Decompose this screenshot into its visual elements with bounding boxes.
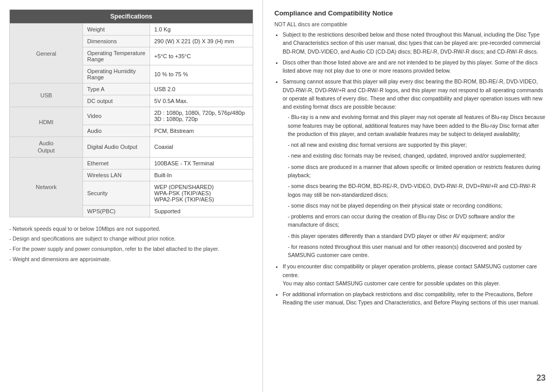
spec-label: DC output [83, 95, 150, 107]
spec-label: Wireless LAN [83, 169, 150, 181]
sub-bullet-list: Blu-ray is a new and evolving format and… [283, 113, 546, 259]
list-item: new and existing disc formats may be rev… [288, 151, 546, 160]
spec-title: Specifications [10, 10, 253, 24]
page-number: 23 [536, 373, 546, 383]
spec-value-security: WEP (OPEN/SHARED) WPA-PSK (TKIP/AES) WPA… [150, 181, 253, 205]
list-item: If you encounter disc compatibility or p… [283, 262, 546, 287]
table-row: USB Type A USB 2.0 [10, 83, 253, 95]
list-item: not all new and existing disc format ver… [288, 141, 546, 149]
compliance-subtitle: NOT ALL discs are compatible [274, 21, 546, 27]
spec-value: Coaxial [150, 137, 253, 158]
list-item: some discs may not be played depending o… [288, 201, 546, 210]
spec-value: 10 % to 75 % [150, 65, 253, 83]
note-1: - Network speeds equal to or below 10Mbp… [9, 225, 253, 233]
spec-value: 100BASE - TX Terminal [150, 157, 253, 169]
spec-label: Type A [83, 83, 150, 95]
note-2: - Design and specifications are subject … [9, 234, 253, 243]
left-panel: Specifications General Weight 1.0 Kg Dim… [0, 0, 263, 392]
spec-header-row: Specifications [10, 10, 253, 24]
list-item: Discs other than those listed above are … [283, 58, 546, 75]
spec-label: Dimensions [83, 36, 150, 47]
spec-label-security: Security [83, 181, 150, 205]
category-hdmi: HDMI [10, 107, 83, 137]
spec-label: Ethernet [83, 157, 150, 169]
list-item: some discs are produced in a manner that… [288, 163, 546, 180]
compliance-bullets: Subject to the restrictions described be… [274, 30, 546, 307]
spec-value: Supported [150, 205, 253, 217]
specifications-table: Specifications General Weight 1.0 Kg Dim… [9, 9, 253, 217]
spec-label: Digital Audio Output [83, 137, 150, 158]
table-row: HDMI Video 2D : 1080p, 1080i, 720p, 576p… [10, 107, 253, 125]
notes-section: - Network speeds equal to or below 10Mbp… [9, 225, 253, 265]
spec-value: USB 2.0 [150, 83, 253, 95]
spec-label: Audio [83, 125, 150, 137]
list-item: Subject to the restrictions described be… [283, 30, 546, 56]
note-3: - For the power supply and power consump… [9, 245, 253, 253]
list-item: problems and errors can occur during the… [288, 212, 546, 229]
spec-value: Built-In [150, 169, 253, 181]
table-row: General Weight 1.0 Kg [10, 24, 253, 36]
spec-value: 2D : 1080p, 1080i, 720p, 576p/480p 3D : … [150, 107, 253, 125]
category-audio-output: AudioOutput [10, 137, 83, 158]
list-item: this player operates differently than a … [288, 232, 546, 240]
category-usb: USB [10, 83, 83, 107]
spec-value: 290 (W) X 221 (D) X 39 (H) mm [150, 36, 253, 47]
category-network: Network [10, 157, 83, 217]
spec-value: +5°C to +35°C [150, 47, 253, 65]
note-4: - Weight and dimensions are approximate. [9, 255, 253, 264]
list-item: for reasons noted throughout this user m… [288, 243, 546, 260]
list-item: Blu-ray is a new and evolving format and… [288, 113, 546, 138]
compliance-title: Compliance and Compatibility Notice [274, 9, 546, 17]
spec-label: Video [83, 107, 150, 125]
spec-value: PCM, Bitstream [150, 125, 253, 137]
right-panel: Compliance and Compatibility Notice NOT … [263, 0, 557, 392]
table-row: Network Ethernet 100BASE - TX Terminal [10, 157, 253, 169]
spec-value: 1.0 Kg [150, 24, 253, 36]
table-row: AudioOutput Digital Audio Output Coaxial [10, 137, 253, 158]
list-item: Samsung cannot assure that this player w… [283, 77, 546, 259]
list-item: For additional information on playback r… [283, 290, 546, 307]
spec-label: Operating Temperature Range [83, 47, 150, 65]
list-item: some discs bearing the BD-ROM, BD-RE/-R,… [288, 182, 546, 199]
category-general: General [10, 24, 83, 83]
spec-label: Operating Humidity Range [83, 65, 150, 83]
spec-label: Weight [83, 24, 150, 36]
spec-value: 5V 0.5A Max. [150, 95, 253, 107]
spec-label: WPS(PBC) [83, 205, 150, 217]
